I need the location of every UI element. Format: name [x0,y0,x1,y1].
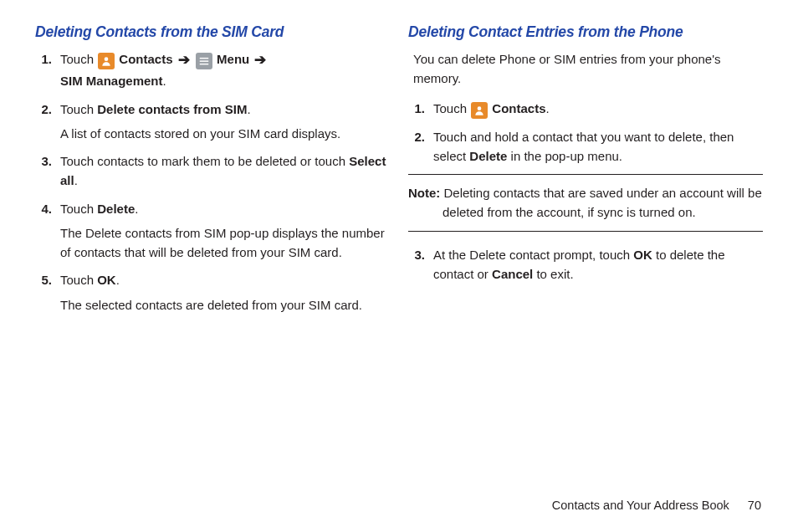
text: Touch [60,102,97,116]
text: Touch [433,101,470,115]
note-box: Note: Deleting contacts that are saved u… [408,174,763,232]
step-3-left: 3. Touch contacts to mark them to be del… [35,151,390,191]
step-body: Touch Contacts. [433,99,763,119]
step-2-left: 2. Touch Delete contacts from SIM. A lis… [35,100,390,144]
step-number: 2. [35,100,60,144]
footer-section: Contacts and Your Address Book [552,499,729,512]
note-body: Note: Deleting contacts that are saved u… [408,183,763,223]
bold-text: OK [633,248,652,262]
arrow-icon: ➔ [178,52,190,68]
bold-text: SIM Management [60,74,163,88]
step-subtext: A list of contacts stored on your SIM ca… [60,124,390,143]
step-1-left: 1. Touch Contacts ➔ Menu ➔ SIM Managemen… [35,49,390,91]
menu-icon [196,53,212,69]
svg-rect-1 [200,58,209,59]
section-heading-left: Deleting Contacts from the SIM Card [35,23,390,41]
text: . [163,74,166,88]
bold-text: Contacts [115,52,176,66]
section-heading-right: Deleting Contact Entries from the Phone [408,23,763,41]
page-number: 70 [748,499,761,512]
steps-list-left: 1. Touch Contacts ➔ Menu ➔ SIM Managemen… [35,49,390,315]
step-1-right: 1. Touch Contacts. [408,99,763,119]
intro-text: You can delete Phone or SIM entries from… [413,49,763,89]
svg-rect-2 [200,60,209,61]
bold-text: Contacts [489,101,545,115]
bold-text: Cancel [492,267,533,281]
step-number: 3. [408,245,433,284]
text: to exit. [533,267,573,281]
bold-text: Delete [97,202,135,216]
bold-text: OK [97,273,116,287]
note-text: Deleting contacts that are saved under a… [440,186,761,219]
step-number: 4. [35,199,60,263]
text: in the pop-up menu. [507,149,622,163]
step-body: Touch Delete contacts from SIM. A list o… [60,100,390,144]
step-4-left: 4. Touch Delete. The Delete contacts fro… [35,199,390,263]
step-number: 2. [408,127,433,166]
text: Touch [60,273,97,287]
step-number: 1. [35,49,60,91]
text: . [247,102,250,116]
step-subtext: The selected contacts are deleted from y… [60,295,390,315]
text: . [74,173,78,187]
left-column: Deleting Contacts from the SIM Card 1. T… [35,23,390,323]
text: Touch contacts to mark them to be delete… [60,154,349,168]
step-body: Touch Delete. The Delete contacts from S… [60,199,390,263]
step-2-right: 2. Touch and hold a contact that you wan… [408,127,763,166]
step-body: Touch OK. The selected contacts are dele… [60,270,390,315]
svg-point-4 [478,106,482,110]
contacts-icon [471,102,488,119]
bold-text: Menu [213,52,253,66]
text: Touch [60,52,97,66]
steps-list-right-cont: 3. At the Delete contact prompt, touch O… [408,245,763,284]
step-body: At the Delete contact prompt, touch OK t… [433,245,763,284]
arrow-icon: ➔ [254,52,266,68]
step-number: 5. [35,270,60,315]
text: . [546,101,550,115]
step-5-left: 5. Touch OK. The selected contacts are d… [35,270,390,315]
text: At the Delete contact prompt, touch [433,248,633,262]
step-subtext: The Delete contacts from SIM pop-up disp… [60,223,390,263]
contacts-icon [98,53,115,69]
step-3-right: 3. At the Delete contact prompt, touch O… [408,245,763,284]
step-number: 1. [408,99,433,119]
step-body: Touch and hold a contact that you want t… [433,127,763,166]
steps-list-right: 1. Touch Contacts. 2. Touch and hold a c… [408,99,763,166]
text: . [135,202,138,216]
step-number: 3. [35,151,60,191]
svg-rect-3 [200,64,209,64]
step-body: Touch contacts to mark them to be delete… [60,151,390,191]
note-label: Note: [408,186,440,200]
right-column: Deleting Contact Entries from the Phone … [408,23,763,323]
svg-point-0 [105,57,109,61]
text: Touch [60,202,97,216]
page-footer: Contacts and Your Address Book 70 [552,499,761,512]
bold-text: Delete [469,149,507,163]
bold-text: Delete contacts from SIM [97,102,247,116]
text: . [116,273,120,287]
step-body: Touch Contacts ➔ Menu ➔ SIM Management. [60,49,390,91]
